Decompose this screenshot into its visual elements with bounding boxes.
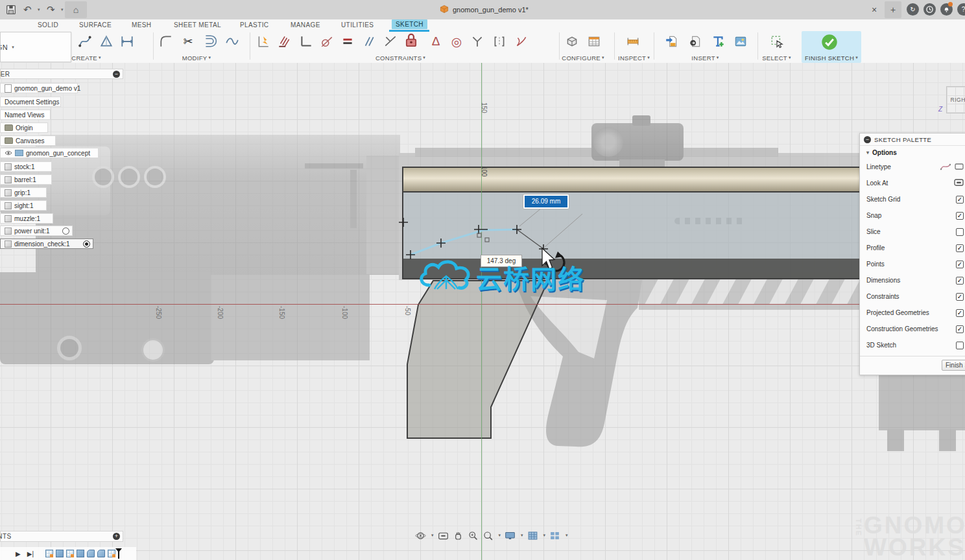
browser-item-barrel[interactable]: barrel:1 xyxy=(0,174,52,185)
browser-item-canvases[interactable]: Canvases xyxy=(0,135,56,146)
fit-view-icon[interactable] xyxy=(482,530,494,541)
x-axis-tick-label: -100 xyxy=(341,306,348,319)
sketch-profile-grip[interactable] xyxy=(396,272,564,442)
y-axis-line xyxy=(481,63,482,560)
gun-rear-foot xyxy=(887,429,904,451)
timeline-feature-sketch[interactable] xyxy=(66,550,74,557)
comments-bar[interactable]: COMMENTS + xyxy=(0,531,123,542)
look-at-view-icon[interactable] xyxy=(438,530,449,541)
browser-item-origin[interactable]: Origin xyxy=(0,122,48,133)
view-cube[interactable]: RIGHT xyxy=(946,86,965,113)
checkbox-checked[interactable]: ✓ xyxy=(956,261,964,268)
sketch-polyline[interactable] xyxy=(411,229,517,255)
document-icon xyxy=(5,84,12,93)
checkbox-checked[interactable]: ✓ xyxy=(956,277,964,285)
gun-vent-hole xyxy=(92,166,114,188)
timeline-feature-extrude[interactable] xyxy=(77,550,84,557)
watermark-center: 云桥网络 xyxy=(416,258,585,297)
dimension-value-selected: 26.09 mm xyxy=(525,196,567,207)
sketch-point-markers[interactable] xyxy=(399,218,548,259)
activate-radio-off[interactable] xyxy=(62,228,69,235)
browser-item-stock[interactable]: stock:1 xyxy=(0,161,52,172)
checkbox-checked[interactable]: ✓ xyxy=(956,212,964,220)
timeline-position-marker[interactable] xyxy=(118,549,119,559)
palette-row-construction-geometries: Construction Geometries✓ xyxy=(860,321,965,337)
z-axis-label: Z xyxy=(938,106,942,113)
timeline-feature-fillet[interactable] xyxy=(97,550,105,557)
finish-sketch-palette-button[interactable]: Finish Sketch xyxy=(942,360,965,371)
browser-item-power-unit[interactable]: power unit:1 xyxy=(0,226,73,236)
timeline-feature-sketch[interactable] xyxy=(108,550,115,557)
browser-item-named-views[interactable]: Named Views xyxy=(0,110,51,120)
browser-item-root[interactable]: gnomon_gun_demo v1 xyxy=(0,83,78,93)
browser-item-muzzle[interactable]: muzzle:1 xyxy=(0,213,53,224)
x-axis-tick-label: -200 xyxy=(217,306,224,319)
x-axis-tick-label: -250 xyxy=(155,306,162,319)
caret-down-icon[interactable]: ▾ xyxy=(431,533,434,538)
constraint-glyph xyxy=(485,238,489,242)
pan-icon[interactable] xyxy=(453,530,464,541)
linetype-box-icon[interactable] xyxy=(955,163,964,172)
checkbox-checked[interactable]: ✓ xyxy=(956,293,964,301)
palette-row-projected-geometries: Projected Geometries✓ xyxy=(860,305,965,321)
checkbox-checked[interactable]: ✓ xyxy=(956,196,964,204)
orbit-icon[interactable] xyxy=(415,530,426,541)
comments-collapse-icon[interactable]: + xyxy=(113,533,120,540)
sketch-palette-header[interactable]: − SKETCH PALETTE xyxy=(860,134,965,146)
gun-detail-post xyxy=(350,170,357,228)
component-icon xyxy=(5,163,12,170)
timeline-feature-sketch[interactable] xyxy=(45,550,53,557)
linetype-spline-icon[interactable] xyxy=(940,163,951,172)
activate-radio-on[interactable] xyxy=(83,240,90,248)
browser-item-grip[interactable]: grip:1 xyxy=(0,187,47,198)
gun-scope-knob xyxy=(632,115,650,126)
timeline-skip-end-icon[interactable]: ▶| xyxy=(27,550,34,557)
palette-row-3d-sketch: 3D Sketch xyxy=(860,337,965,353)
zoom-icon[interactable] xyxy=(468,530,479,541)
browser-title: BROWSER xyxy=(0,71,10,78)
palette-collapse-icon[interactable]: − xyxy=(864,136,871,143)
sketch-line-active[interactable] xyxy=(517,229,543,249)
navigation-bar: ▾ ▾ ▾ ▾ ▾ xyxy=(415,528,568,542)
caret-down-icon[interactable]: ▾ xyxy=(566,533,568,538)
dimension-input[interactable]: 26.09 mm xyxy=(523,194,569,209)
component-icon xyxy=(5,202,12,209)
palette-title: SKETCH PALETTE xyxy=(874,136,931,143)
checkbox-unchecked[interactable] xyxy=(956,228,964,236)
watermark-cloud-logo xyxy=(416,258,476,297)
timeline-feature-fillet[interactable] xyxy=(87,550,95,557)
checkbox-checked[interactable]: ✓ xyxy=(956,244,964,252)
palette-row-sketch-grid: Sketch Grid✓ xyxy=(860,191,965,207)
palette-row-points: Points✓ xyxy=(860,256,965,272)
browser-item-dimension-check[interactable]: dimension_check:1 xyxy=(0,239,93,249)
gun-scope-lens xyxy=(593,127,623,157)
browser-item-canvas-image[interactable]: gnomon_gun_concept xyxy=(0,148,99,158)
palette-row-constraints: Constraints✓ xyxy=(860,288,965,305)
gun-detail-bar xyxy=(305,163,363,169)
caret-down-icon[interactable]: ▾ xyxy=(521,533,523,538)
y-axis-tick-label: 100 xyxy=(481,166,488,177)
component-icon xyxy=(5,176,12,183)
visibility-eye-icon[interactable] xyxy=(5,150,12,157)
checkbox-checked[interactable]: ✓ xyxy=(956,309,964,317)
caret-down-icon[interactable]: ▾ xyxy=(499,533,501,538)
caret-down-icon[interactable]: ▾ xyxy=(543,533,546,538)
browser-item-document-settings[interactable]: Document Settings xyxy=(0,97,61,107)
sketch-palette-panel: − SKETCH PALETTE ▾ Options Linetype Look… xyxy=(859,133,965,375)
palette-options-section[interactable]: ▾ Options xyxy=(860,146,965,159)
timeline-play-icon[interactable]: ▶ xyxy=(16,550,21,557)
checkbox-checked[interactable]: ✓ xyxy=(956,325,964,333)
browser-collapse-icon[interactable]: − xyxy=(113,71,120,78)
look-at-icon[interactable] xyxy=(954,178,964,188)
grid-settings-icon[interactable] xyxy=(527,530,538,541)
image-icon xyxy=(15,150,23,156)
palette-row-snap: Snap✓ xyxy=(860,207,965,224)
checkbox-unchecked[interactable] xyxy=(956,342,964,349)
viewports-icon[interactable] xyxy=(549,530,560,541)
browser-item-sight[interactable]: sight:1 xyxy=(0,200,47,211)
component-icon xyxy=(5,228,12,235)
comments-label: COMMENTS xyxy=(0,533,12,540)
display-settings-icon[interactable] xyxy=(505,530,516,541)
browser-header[interactable]: BROWSER − xyxy=(0,69,123,79)
timeline-feature-extrude[interactable] xyxy=(56,550,64,557)
